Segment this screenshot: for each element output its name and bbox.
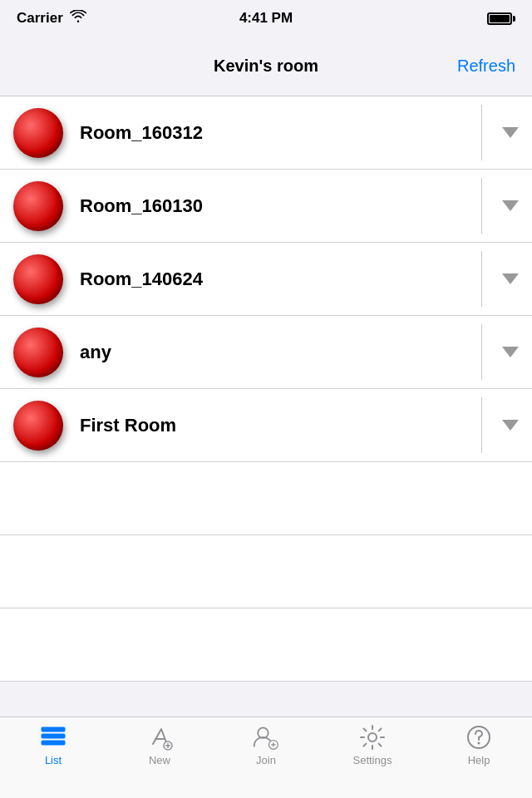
refresh-button[interactable]: Refresh	[457, 57, 515, 76]
empty-row	[0, 535, 532, 608]
list-item[interactable]: First Room	[0, 389, 532, 462]
divider	[481, 397, 482, 453]
chevron-down-icon	[502, 127, 519, 138]
help-tab-icon	[466, 724, 492, 751]
svg-rect-2	[42, 741, 65, 745]
nav-title: Kevin's room	[214, 57, 318, 76]
room-name: Room_160312	[80, 122, 489, 144]
list-item[interactable]: Room_140624	[0, 243, 532, 316]
settings-tab-icon	[359, 724, 386, 751]
chevron-down-icon	[502, 420, 519, 431]
divider	[481, 105, 482, 160]
room-ball-icon	[13, 181, 63, 231]
room-ball-icon	[13, 328, 63, 377]
room-ball-icon	[13, 254, 63, 304]
join-tab-icon	[253, 724, 279, 751]
carrier-label: Carrier	[17, 10, 63, 27]
tab-join-label: Join	[256, 754, 276, 766]
svg-rect-0	[42, 727, 65, 732]
chevron-down-icon	[502, 200, 519, 211]
tab-settings[interactable]: Settings	[319, 724, 426, 766]
chevron-down-icon	[502, 347, 519, 357]
nav-bar: Kevin's room Refresh	[0, 37, 532, 96]
list-item[interactable]: Room_160312	[0, 96, 532, 170]
divider	[481, 324, 482, 380]
list-item[interactable]: any	[0, 316, 532, 389]
room-name: First Room	[80, 415, 489, 436]
room-name: any	[80, 342, 489, 363]
tab-help-label: Help	[468, 754, 490, 766]
list-item[interactable]: Room_160130	[0, 170, 532, 243]
room-ball-icon	[13, 401, 63, 451]
svg-point-12	[478, 742, 480, 745]
svg-point-10	[368, 733, 377, 741]
main-content: Room_160312 Room_160130 Room_140624 any …	[0, 96, 532, 717]
empty-row	[0, 462, 532, 535]
svg-point-6	[258, 727, 268, 737]
tab-join[interactable]: Join	[213, 724, 319, 766]
room-name: Room_160130	[80, 195, 489, 217]
divider	[481, 178, 482, 234]
tab-help[interactable]: Help	[426, 724, 532, 766]
tab-list[interactable]: List	[0, 724, 106, 766]
tab-list-label: List	[45, 754, 62, 766]
battery-icon	[487, 12, 515, 25]
list-tab-icon	[40, 724, 66, 751]
status-bar: Carrier 4:41 PM	[0, 0, 532, 37]
wifi-icon	[70, 10, 86, 27]
tab-bar: List New Join	[0, 717, 532, 798]
empty-row	[0, 608, 532, 682]
svg-rect-1	[42, 734, 65, 738]
tab-settings-label: Settings	[353, 754, 392, 766]
room-list: Room_160312 Room_160130 Room_140624 any …	[0, 96, 532, 682]
room-ball-icon	[13, 108, 63, 158]
tab-new[interactable]: New	[106, 724, 213, 766]
carrier-signal: Carrier	[17, 10, 86, 27]
tab-new-label: New	[149, 754, 170, 766]
status-time: 4:41 PM	[239, 10, 293, 27]
new-tab-icon	[146, 724, 173, 751]
room-name: Room_140624	[80, 268, 489, 290]
divider	[481, 251, 482, 307]
chevron-down-icon	[502, 273, 519, 284]
